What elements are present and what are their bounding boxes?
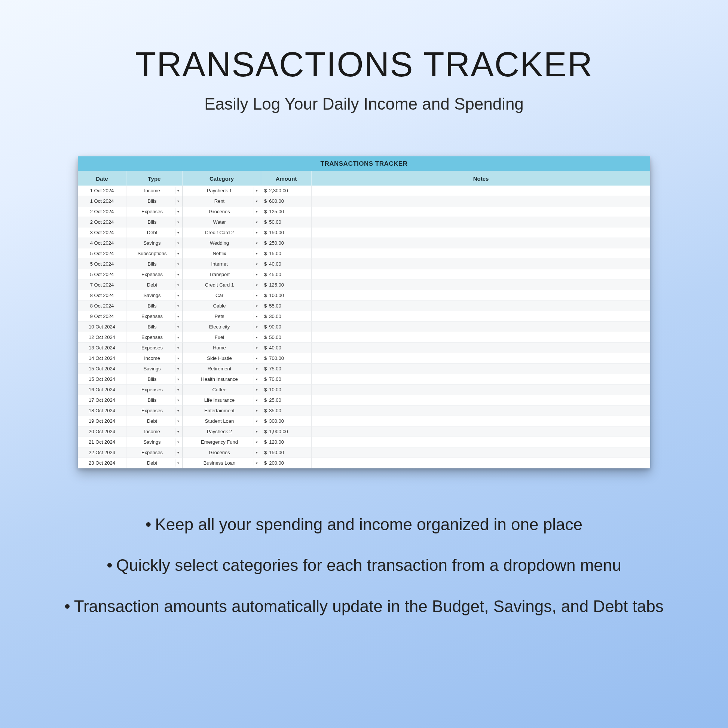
cell-type-dropdown[interactable]: Savings▾ [127, 364, 182, 374]
cell-date[interactable]: 9 Oct 2024 [78, 311, 127, 322]
cell-category-dropdown[interactable]: Health Insurance▾ [182, 374, 261, 385]
cell-category-dropdown[interactable]: Fuel▾ [182, 332, 261, 343]
cell-date[interactable]: 1 Oct 2024 [78, 196, 127, 206]
cell-amount[interactable]: $ 1,900.00 [261, 427, 312, 437]
cell-category-dropdown[interactable]: Car▾ [182, 290, 261, 301]
cell-date[interactable]: 3 Oct 2024 [78, 228, 127, 238]
cell-category-dropdown[interactable]: Groceries▾ [182, 206, 261, 217]
cell-type-dropdown[interactable]: Debt▾ [127, 458, 182, 468]
cell-notes[interactable] [312, 280, 650, 290]
cell-category-dropdown[interactable]: Electricity▾ [182, 322, 261, 332]
cell-amount[interactable]: $ 250.00 [261, 238, 312, 248]
cell-type-dropdown[interactable]: Subscriptions▾ [127, 248, 182, 259]
cell-type-dropdown[interactable]: Debt▾ [127, 416, 182, 427]
cell-category-dropdown[interactable]: Internet▾ [182, 259, 261, 269]
cell-notes[interactable] [312, 259, 650, 269]
cell-date[interactable]: 22 Oct 2024 [78, 447, 127, 458]
cell-amount[interactable]: $ 300.00 [261, 416, 312, 427]
cell-date[interactable]: 18 Oct 2024 [78, 405, 127, 416]
cell-date[interactable]: 17 Oct 2024 [78, 395, 127, 405]
cell-category-dropdown[interactable]: Pets▾ [182, 311, 261, 322]
cell-amount[interactable]: $ 2,300.00 [261, 185, 312, 196]
cell-type-dropdown[interactable]: Bills▾ [127, 196, 182, 206]
cell-category-dropdown[interactable]: Wedding▾ [182, 238, 261, 248]
cell-type-dropdown[interactable]: Income▾ [127, 185, 182, 196]
cell-notes[interactable] [312, 374, 650, 385]
cell-notes[interactable] [312, 228, 650, 238]
cell-category-dropdown[interactable]: Side Hustle▾ [182, 353, 261, 364]
cell-category-dropdown[interactable]: Transport▾ [182, 269, 261, 280]
cell-amount[interactable]: $ 75.00 [261, 364, 312, 374]
cell-amount[interactable]: $ 50.00 [261, 332, 312, 343]
cell-date[interactable]: 23 Oct 2024 [78, 458, 127, 468]
cell-date[interactable]: 19 Oct 2024 [78, 416, 127, 427]
cell-notes[interactable] [312, 395, 650, 405]
cell-amount[interactable]: $ 90.00 [261, 322, 312, 332]
cell-type-dropdown[interactable]: Bills▾ [127, 217, 182, 228]
cell-type-dropdown[interactable]: Savings▾ [127, 290, 182, 301]
cell-amount[interactable]: $ 700.00 [261, 353, 312, 364]
cell-category-dropdown[interactable]: Student Loan▾ [182, 416, 261, 427]
cell-notes[interactable] [312, 206, 650, 217]
cell-date[interactable]: 15 Oct 2024 [78, 364, 127, 374]
cell-date[interactable]: 5 Oct 2024 [78, 248, 127, 259]
cell-notes[interactable] [312, 248, 650, 259]
cell-date[interactable]: 14 Oct 2024 [78, 353, 127, 364]
cell-type-dropdown[interactable]: Debt▾ [127, 228, 182, 238]
cell-notes[interactable] [312, 385, 650, 395]
cell-date[interactable]: 20 Oct 2024 [78, 427, 127, 437]
cell-amount[interactable]: $ 125.00 [261, 206, 312, 217]
cell-date[interactable]: 10 Oct 2024 [78, 322, 127, 332]
cell-type-dropdown[interactable]: Bills▾ [127, 301, 182, 311]
cell-type-dropdown[interactable]: Bills▾ [127, 395, 182, 405]
cell-category-dropdown[interactable]: Life Insurance▾ [182, 395, 261, 405]
cell-notes[interactable] [312, 269, 650, 280]
cell-date[interactable]: 8 Oct 2024 [78, 301, 127, 311]
cell-amount[interactable]: $ 50.00 [261, 217, 312, 228]
cell-notes[interactable] [312, 196, 650, 206]
cell-type-dropdown[interactable]: Income▾ [127, 427, 182, 437]
cell-category-dropdown[interactable]: Groceries▾ [182, 447, 261, 458]
cell-notes[interactable] [312, 301, 650, 311]
cell-amount[interactable]: $ 200.00 [261, 458, 312, 468]
cell-type-dropdown[interactable]: Expenses▾ [127, 311, 182, 322]
cell-notes[interactable] [312, 238, 650, 248]
cell-date[interactable]: 8 Oct 2024 [78, 290, 127, 301]
cell-date[interactable]: 5 Oct 2024 [78, 269, 127, 280]
cell-notes[interactable] [312, 311, 650, 322]
cell-amount[interactable]: $ 150.00 [261, 228, 312, 238]
cell-type-dropdown[interactable]: Savings▾ [127, 437, 182, 447]
cell-notes[interactable] [312, 458, 650, 468]
cell-notes[interactable] [312, 343, 650, 353]
cell-category-dropdown[interactable]: Rent▾ [182, 196, 261, 206]
cell-notes[interactable] [312, 447, 650, 458]
cell-type-dropdown[interactable]: Expenses▾ [127, 206, 182, 217]
cell-amount[interactable]: $ 40.00 [261, 343, 312, 353]
cell-category-dropdown[interactable]: Emergency Fund▾ [182, 437, 261, 447]
cell-notes[interactable] [312, 353, 650, 364]
cell-date[interactable]: 15 Oct 2024 [78, 374, 127, 385]
cell-category-dropdown[interactable]: Entertainment▾ [182, 405, 261, 416]
cell-category-dropdown[interactable]: Coffee▾ [182, 385, 261, 395]
cell-category-dropdown[interactable]: Cable▾ [182, 301, 261, 311]
cell-category-dropdown[interactable]: Paycheck 1▾ [182, 185, 261, 196]
cell-amount[interactable]: $ 150.00 [261, 447, 312, 458]
cell-amount[interactable]: $ 120.00 [261, 437, 312, 447]
cell-amount[interactable]: $ 125.00 [261, 280, 312, 290]
cell-date[interactable]: 2 Oct 2024 [78, 217, 127, 228]
cell-amount[interactable]: $ 15.00 [261, 248, 312, 259]
cell-amount[interactable]: $ 25.00 [261, 395, 312, 405]
cell-date[interactable]: 7 Oct 2024 [78, 280, 127, 290]
cell-notes[interactable] [312, 427, 650, 437]
cell-amount[interactable]: $ 40.00 [261, 259, 312, 269]
cell-type-dropdown[interactable]: Expenses▾ [127, 332, 182, 343]
cell-amount[interactable]: $ 70.00 [261, 374, 312, 385]
cell-notes[interactable] [312, 437, 650, 447]
cell-category-dropdown[interactable]: Credit Card 1▾ [182, 280, 261, 290]
cell-type-dropdown[interactable]: Income▾ [127, 353, 182, 364]
cell-category-dropdown[interactable]: Business Loan▾ [182, 458, 261, 468]
cell-date[interactable]: 16 Oct 2024 [78, 385, 127, 395]
cell-category-dropdown[interactable]: Water▾ [182, 217, 261, 228]
cell-date[interactable]: 4 Oct 2024 [78, 238, 127, 248]
cell-date[interactable]: 1 Oct 2024 [78, 185, 127, 196]
